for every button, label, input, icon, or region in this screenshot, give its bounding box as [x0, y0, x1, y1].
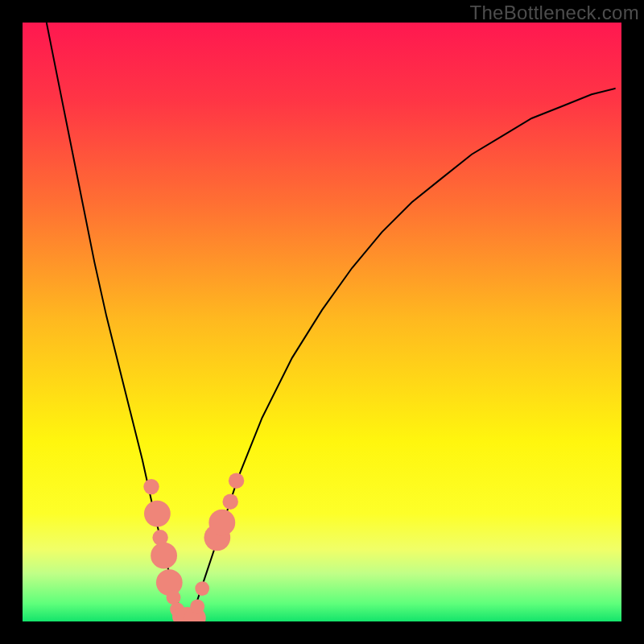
marker-dot: [195, 581, 209, 596]
marker-dot: [223, 494, 238, 510]
marker-dot: [208, 510, 235, 536]
outer-frame: TheBottleneck.com: [0, 0, 644, 644]
marker-dot: [151, 543, 177, 569]
marker-dot: [190, 600, 204, 614]
marker-dot: [229, 473, 244, 489]
marker-dot: [143, 479, 159, 494]
marker-dot: [144, 501, 171, 527]
chart-svg: [23, 23, 621, 621]
gradient-background: [23, 23, 621, 621]
plot-area: [23, 23, 621, 621]
watermark-text: TheBottleneck.com: [469, 2, 639, 24]
